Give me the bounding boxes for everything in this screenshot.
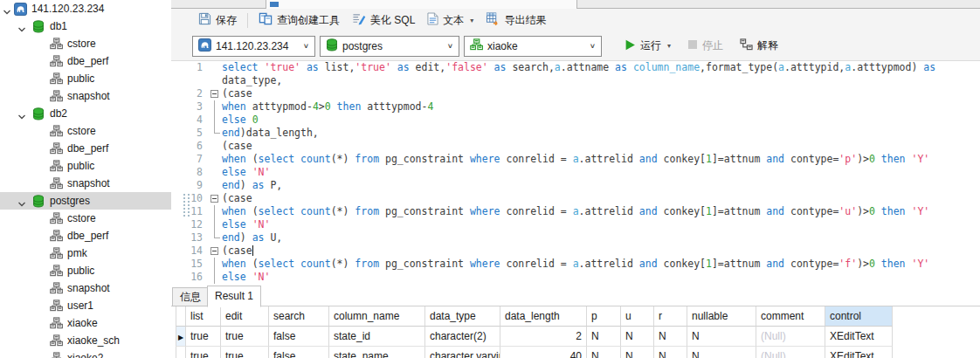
cell-column_name[interactable]: state_name	[329, 347, 425, 358]
cell-data_type[interactable]: character varying(40)	[425, 347, 500, 358]
connection-select[interactable]: 141.120.23.234 ∨	[192, 36, 315, 57]
cell-p[interactable]: N	[587, 327, 621, 347]
cell-u[interactable]: N	[621, 327, 654, 347]
column-header-edit[interactable]: edit	[221, 306, 269, 327]
column-header-data_length[interactable]: data_length	[500, 306, 587, 327]
fold-marker[interactable]	[210, 244, 221, 258]
sql-editor[interactable]: 1select 'true' as list,'true' as edit,'f…	[171, 61, 980, 285]
cell-nullable[interactable]: N	[687, 327, 756, 347]
cell-edit[interactable]: true	[221, 347, 269, 358]
cell-comment[interactable]: (Null)	[756, 347, 825, 358]
explain-button[interactable]: 解释	[734, 37, 784, 56]
chevron-expanded-icon[interactable]	[3, 4, 12, 14]
cell-r[interactable]: N	[654, 347, 687, 358]
code-text: when (select count(*) from pg_constraint…	[222, 205, 929, 218]
grid-header-row: listeditsearchcolumn_namedata_typedata_l…	[176, 306, 980, 327]
app-window: 141.120.23.234db1cstoredbe_perfpublicsna…	[0, 0, 980, 358]
column-header-p[interactable]: p	[587, 306, 621, 327]
cell-list[interactable]: true	[186, 327, 221, 347]
fold-marker[interactable]	[210, 87, 221, 100]
cell-column_name[interactable]: state_id	[329, 327, 425, 347]
column-header-control[interactable]: control	[825, 306, 893, 327]
cell-comment[interactable]: (Null)	[756, 327, 825, 347]
tree-item-public[interactable]: public	[0, 262, 171, 279]
table-row-state_name[interactable]: truetruefalsestate_namecharacter varying…	[176, 347, 980, 358]
cell-data_length[interactable]: 2	[500, 327, 587, 347]
column-header-list[interactable]: list	[186, 306, 221, 327]
code-text: else 'N'	[222, 218, 270, 231]
tree-item-dbe_perf[interactable]: dbe_perf	[0, 140, 171, 157]
cell-control[interactable]: XEditText	[825, 347, 893, 358]
toolbar-button-保存[interactable]: 保存	[192, 10, 243, 30]
stop-button: 停止	[681, 37, 729, 56]
cell-r[interactable]: N	[654, 327, 687, 347]
column-header-column_name[interactable]: column_name	[329, 306, 425, 327]
fold-marker	[210, 74, 221, 87]
tree-item-db1[interactable]: db1	[0, 17, 171, 35]
cell-control[interactable]: XEditText	[825, 327, 893, 347]
toolbar-button-label: 查询创建工具	[277, 13, 340, 28]
chevron-expanded-icon[interactable]	[17, 109, 27, 119]
schema-icon	[50, 177, 64, 190]
column-header-nullable[interactable]: nullable	[687, 306, 756, 327]
cell-search[interactable]: false	[269, 347, 329, 358]
toolbar-button-导出结果[interactable]: 导出结果	[480, 10, 552, 30]
cell-nullable[interactable]: N	[687, 347, 756, 358]
toolbar-button-查询创建工具[interactable]: 查询创建工具	[252, 10, 346, 30]
cell-list[interactable]: true	[186, 347, 221, 358]
fold-marker	[210, 179, 221, 192]
column-header-search[interactable]: search	[269, 306, 329, 327]
cell-data_length[interactable]: 40	[500, 347, 587, 358]
tree-item-cstore[interactable]: cstore	[0, 35, 171, 52]
toolbar-button-美化 SQL[interactable]: 美化 SQL	[346, 10, 421, 30]
tab-messages[interactable]: 信息	[172, 287, 209, 306]
tree-item-cstore[interactable]: cstore	[0, 210, 171, 227]
toolbar-button-文本[interactable]: 文本▾	[421, 10, 480, 30]
tree-item-db2[interactable]: db2	[0, 105, 171, 122]
tree-item-cstore[interactable]: cstore	[0, 122, 171, 140]
schema-icon	[50, 247, 64, 260]
cell-data_type[interactable]: character(2)	[425, 327, 500, 347]
caret-down-icon[interactable]: ▾	[470, 17, 473, 24]
tree-item-xiaoke[interactable]: xiaoke	[0, 314, 171, 332]
chevron-expanded-icon[interactable]	[17, 22, 27, 31]
column-header-r[interactable]: r	[654, 306, 687, 327]
editor-line-9: 9end) as P,	[171, 179, 980, 192]
cell-p[interactable]: N	[587, 347, 621, 358]
schema-icon	[50, 230, 64, 243]
cell-u[interactable]: N	[621, 347, 654, 358]
query-tab-icon	[270, 2, 279, 7]
tree-item-snapshot[interactable]: snapshot	[0, 87, 171, 105]
tree-item-dbe_perf[interactable]: dbe_perf	[0, 52, 171, 70]
tree-item-xiaoke2[interactable]: xiaoke2	[0, 349, 171, 358]
tree-item-public[interactable]: public	[0, 157, 171, 175]
tree-item-snapshot[interactable]: snapshot	[0, 279, 171, 297]
tree-item-postgres[interactable]: postgres	[0, 192, 171, 210]
tree-item-snapshot[interactable]: snapshot	[0, 175, 171, 192]
postgres-connection-icon	[14, 3, 28, 16]
tree-item-141.120.23.234[interactable]: 141.120.23.234	[0, 0, 171, 17]
column-header-comment[interactable]: comment	[756, 306, 825, 327]
tab-result-1[interactable]: Result 1	[207, 286, 261, 307]
fold-marker[interactable]	[210, 192, 221, 205]
tree-item-user1[interactable]: user1	[0, 297, 171, 314]
tree-item-pmk[interactable]: pmk	[0, 244, 171, 262]
run-button[interactable]: 运行 ▾	[618, 37, 677, 56]
database-icon	[32, 195, 46, 208]
column-header-u[interactable]: u	[621, 306, 654, 327]
query-tab-partial[interactable]	[266, 0, 577, 9]
fold-marker	[210, 114, 221, 127]
database-icon	[326, 38, 338, 54]
table-row-state_id[interactable]: ▶truetruefalsestate_idcharacter(2)2NNNN(…	[176, 327, 980, 347]
tree-item-dbe_perf[interactable]: dbe_perf	[0, 227, 171, 244]
tree-item-public[interactable]: public	[0, 70, 171, 87]
cell-edit[interactable]: true	[221, 327, 269, 347]
line-number: 12	[171, 218, 203, 231]
tree-item-xiaoke_sch[interactable]: xiaoke_sch	[0, 332, 171, 349]
schema-select[interactable]: xiaoke ∨	[464, 36, 602, 57]
database-select[interactable]: postgres ∨	[320, 36, 459, 57]
column-header-data_type[interactable]: data_type	[425, 306, 500, 327]
cell-search[interactable]: false	[269, 327, 329, 347]
chevron-expanded-icon[interactable]	[17, 196, 27, 206]
save-icon	[198, 12, 211, 28]
